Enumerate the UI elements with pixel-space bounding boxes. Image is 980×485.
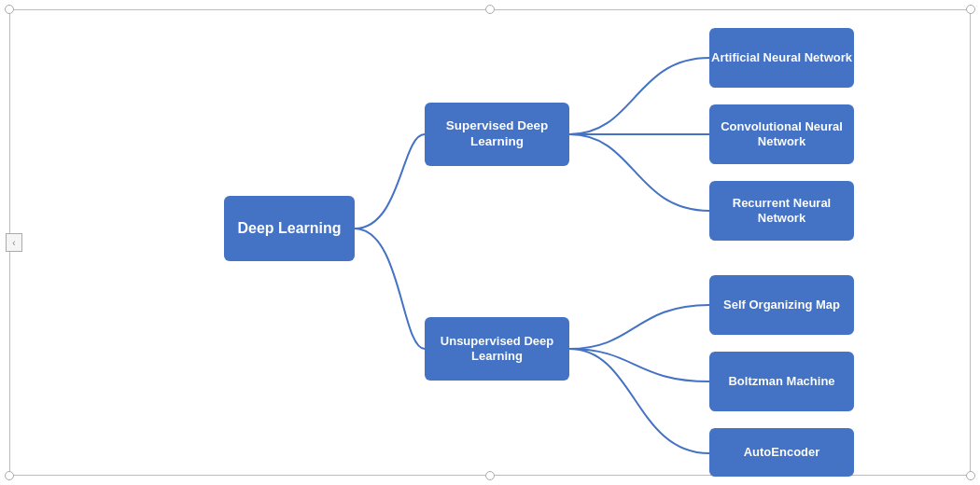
node-autoencoder[interactable]: AutoEncoder <box>709 428 854 477</box>
corner-bl <box>5 471 14 480</box>
node-cnn[interactable]: Convolutional Neural Network <box>709 104 854 164</box>
node-boltzman[interactable]: Boltzman Machine <box>709 352 854 411</box>
mid-bottom <box>485 471 495 480</box>
node-deep-learning[interactable]: Deep Learning <box>224 196 355 261</box>
node-rnn[interactable]: Recurrent Neural Network <box>709 181 854 241</box>
corner-br <box>966 471 975 480</box>
node-supervised[interactable]: Supervised Deep Learning <box>425 103 569 166</box>
mid-top <box>485 5 495 14</box>
node-som[interactable]: Self Organizing Map <box>709 275 854 335</box>
corner-tl <box>5 5 14 14</box>
corner-tr <box>966 5 975 14</box>
slide-container: ‹ Deep Learning Supervised Deep Learning… <box>0 0 980 485</box>
left-handle[interactable]: ‹ <box>6 233 22 252</box>
node-ann[interactable]: Artificial Neural Network <box>709 28 854 88</box>
node-unsupervised[interactable]: Unsupervised Deep Learning <box>425 317 569 381</box>
